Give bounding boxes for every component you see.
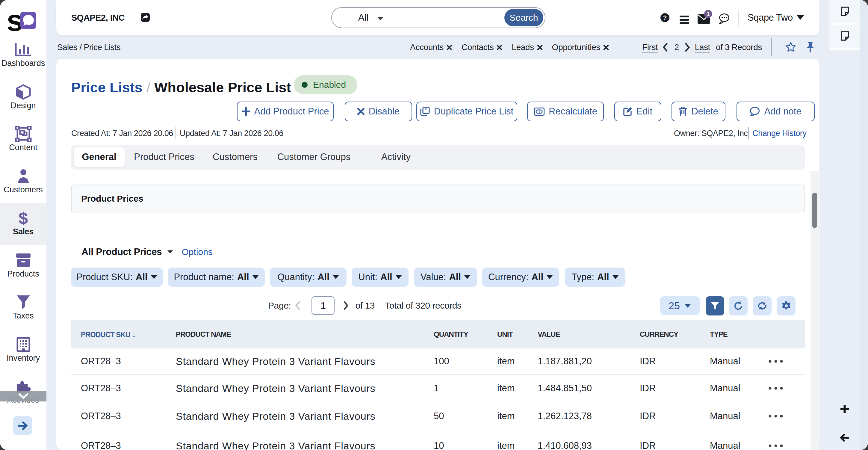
svg-text:?: ? xyxy=(663,14,667,21)
svg-text:1: 1 xyxy=(538,110,540,114)
